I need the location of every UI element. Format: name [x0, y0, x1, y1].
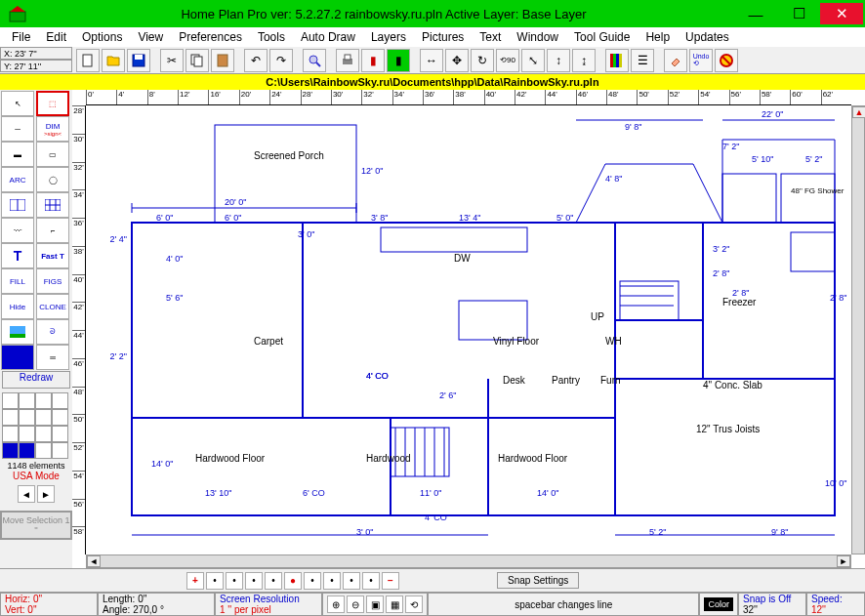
polyline-tool[interactable]: ⌐ [36, 218, 69, 243]
fill-rect-tool[interactable] [1, 345, 34, 370]
snap-settings-button[interactable]: Snap Settings [497, 572, 579, 589]
scroll-left-icon[interactable]: ◄ [18, 485, 35, 503]
line-tool[interactable]: ─ [1, 116, 34, 142]
zoom-out-icon[interactable]: ⊖ [347, 595, 364, 613]
minus-red-icon[interactable]: − [382, 572, 399, 590]
copy-icon[interactable] [185, 49, 209, 72]
menu-toolguide[interactable]: Tool Guide [566, 28, 638, 46]
image-tool[interactable] [1, 319, 34, 345]
scroll-left-btn[interactable]: ◄ [87, 555, 101, 567]
redraw-button[interactable]: Redraw [2, 371, 70, 389]
menu-tools[interactable]: Tools [250, 28, 293, 46]
dot6-icon[interactable]: • [304, 572, 321, 590]
circle-tool[interactable]: ◯ [36, 167, 69, 192]
freehand-tool[interactable]: ᘐ [36, 319, 69, 345]
move-selection[interactable]: Move Selection 1 '' [0, 511, 72, 540]
menu-preferences[interactable]: Preferences [171, 28, 250, 46]
svg-text:5' 2": 5' 2" [649, 527, 666, 537]
plus-red-icon[interactable]: + [186, 572, 204, 590]
svg-text:3' 0": 3' 0" [356, 527, 373, 537]
move-icon[interactable]: ✥ [445, 49, 469, 72]
arrow-tool[interactable]: ↖ [1, 91, 34, 116]
menu-window[interactable]: Window [509, 28, 566, 46]
dot7-icon[interactable]: • [323, 572, 341, 590]
menu-autodraw[interactable]: Auto Draw [293, 28, 363, 46]
close-button[interactable]: ✕ [820, 3, 863, 24]
color-swatches[interactable] [2, 392, 70, 459]
grid-tool[interactable] [36, 192, 69, 218]
menu-options[interactable]: Options [74, 28, 130, 46]
eraser-icon[interactable] [664, 49, 687, 72]
floor-plan[interactable]: 20' 0" 6' 0" 6' 0" 4' 0" 5' 6" 2' 4" 2' … [86, 105, 851, 554]
dot2-icon[interactable]: • [226, 572, 243, 590]
double-line-tool[interactable]: ═ [36, 345, 69, 370]
center-icon[interactable]: ↨ [572, 49, 596, 72]
menu-text[interactable]: Text [472, 28, 509, 46]
menu-help[interactable]: Help [638, 28, 678, 46]
scrollbar-horizontal[interactable]: ◄ ► [86, 554, 851, 568]
paste-icon[interactable] [211, 49, 234, 72]
search-icon[interactable] [303, 49, 326, 72]
cut-icon[interactable]: ✂ [160, 49, 184, 72]
curve-tool[interactable]: 〰 [1, 218, 34, 243]
wall-icon[interactable]: ▮ [387, 49, 410, 72]
rotate90-icon[interactable]: ⟲90 [496, 49, 519, 72]
zoom-in-icon[interactable]: ⊕ [327, 595, 345, 613]
svg-rect-42 [722, 174, 776, 223]
dot5-icon[interactable]: ● [284, 572, 302, 590]
text-tool[interactable]: T [1, 243, 34, 268]
rect-fill-tool[interactable]: ▬ [1, 142, 34, 167]
select-tool[interactable]: ⬚ [36, 91, 69, 116]
dot9-icon[interactable]: • [362, 572, 380, 590]
scroll-up-icon[interactable]: ▲ [852, 106, 865, 118]
dot4-icon[interactable]: • [265, 572, 282, 590]
region-icon[interactable]: ▦ [386, 595, 403, 613]
minimize-button[interactable]: — [734, 3, 777, 24]
fill-tool[interactable]: FILL [1, 268, 34, 294]
svg-text:Furn: Furn [600, 375, 621, 386]
hide-tool[interactable]: Hide [1, 294, 34, 319]
flip-v-icon[interactable]: ↕ [547, 49, 570, 72]
cancel-icon[interactable] [715, 49, 738, 72]
fit-screen-icon[interactable]: ▣ [366, 595, 384, 613]
open-file-icon[interactable] [102, 49, 125, 72]
menu-layers[interactable]: Layers [363, 28, 414, 46]
dot8-icon[interactable]: • [343, 572, 360, 590]
svg-text:Pantry: Pantry [552, 375, 580, 386]
scale-icon[interactable]: ⤡ [521, 49, 545, 72]
door-icon[interactable]: ▮ [361, 49, 385, 72]
menu-view[interactable]: View [130, 28, 171, 46]
arc-tool[interactable]: ARC [1, 167, 34, 192]
save-file-icon[interactable] [127, 49, 150, 72]
menu-file[interactable]: File [4, 28, 38, 46]
new-file-icon[interactable] [76, 49, 100, 72]
undo-icon[interactable]: ↶ [244, 49, 268, 72]
window-tool[interactable] [1, 192, 34, 218]
menu-edit[interactable]: Edit [38, 28, 74, 46]
clone-tool[interactable]: CLONE [36, 294, 69, 319]
maximize-button[interactable]: ☐ [777, 3, 820, 24]
dot1-icon[interactable]: • [206, 572, 224, 590]
color-bars-icon[interactable] [605, 49, 629, 72]
undo-special-icon[interactable]: Undo⟲ [689, 49, 713, 72]
scrollbar-vertical[interactable]: ▲ [851, 105, 865, 554]
fast-text-tool[interactable]: Fast T [36, 243, 69, 268]
menu-updates[interactable]: Updates [678, 28, 737, 46]
svg-rect-38 [381, 227, 527, 252]
svg-rect-2 [83, 55, 92, 66]
zoom-prev-icon[interactable]: ⟲ [405, 595, 423, 613]
menu-pictures[interactable]: Pictures [414, 28, 472, 46]
dim-tool[interactable]: DIM>sign< [36, 116, 69, 142]
color-chip[interactable]: Color [704, 597, 733, 611]
dot3-icon[interactable]: • [245, 572, 263, 590]
rect-tool[interactable]: ▭ [36, 142, 69, 167]
figs-tool[interactable]: FIGS [36, 268, 69, 294]
redo-icon[interactable]: ↷ [269, 49, 293, 72]
canvas-area[interactable]: 0'4'8'12'16'20'24'28'30'32'34'36'38'40'4… [72, 90, 865, 568]
list-icon[interactable]: ☰ [631, 49, 654, 72]
scroll-right-btn[interactable]: ► [837, 555, 850, 567]
flip-h-icon[interactable]: ↔ [420, 49, 443, 72]
scroll-right-icon[interactable]: ► [37, 485, 55, 503]
print-icon[interactable] [336, 49, 359, 72]
rotate-icon[interactable]: ↻ [471, 49, 494, 72]
